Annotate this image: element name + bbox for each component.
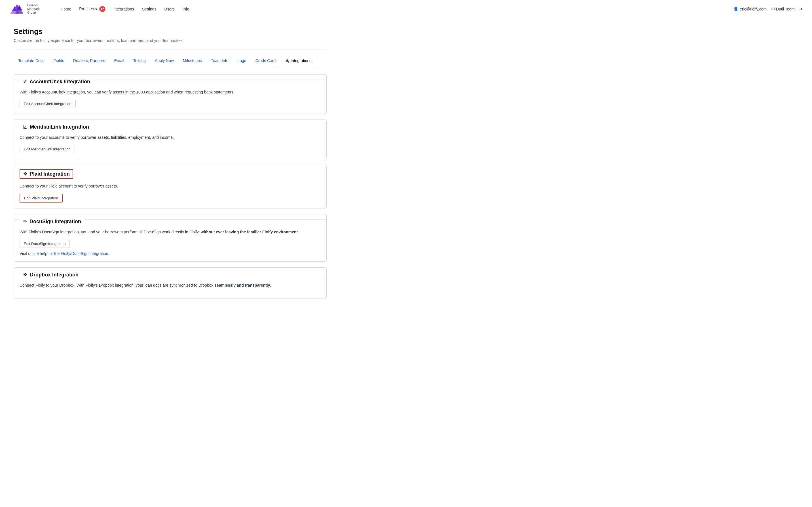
- logo-text: Boulder Mortgage Group: [27, 3, 47, 15]
- tab-email[interactable]: Email: [110, 56, 129, 66]
- page-divider: [14, 50, 326, 50]
- nav-home[interactable]: Home: [61, 7, 71, 11]
- plaid-card: ❖ Plaid Integration Connect to your Plai…: [14, 165, 326, 209]
- tab-credit-card[interactable]: Credit Card: [251, 56, 281, 66]
- page-subtitle: Customize the Floify experience for your…: [14, 38, 326, 43]
- tab-texting[interactable]: Texting: [129, 56, 150, 66]
- dropbox-card: ❖ Dropbox Integration Connect Floify to …: [14, 267, 326, 299]
- meridianlink-title-wrapper: ☑ MeridianLink Integration: [19, 124, 92, 130]
- meridianlink-body: Connect to your accounts to verify borro…: [14, 130, 326, 159]
- nav-info[interactable]: Info: [183, 7, 189, 11]
- settings-tabs: Template Docs Fields Realtors, Partners …: [14, 56, 326, 66]
- docusign-body: With Floify's DocuSign integration, you …: [14, 225, 326, 262]
- docusign-help-link[interactable]: online help for the Floify/DocuSign inte…: [28, 251, 109, 256]
- meridianlink-desc: Connect to your accounts to verify borro…: [19, 134, 321, 140]
- accountchek-title-wrapper: ✔ AccountChek Integration: [19, 78, 94, 85]
- docusign-card: ✏ DocuSign Integration With Floify's Doc…: [14, 214, 326, 262]
- tab-fields[interactable]: Fields: [49, 56, 68, 66]
- plaid-body: Connect to your Plaid account to verify …: [14, 179, 326, 208]
- logo-icon: [9, 3, 25, 15]
- accountchek-card: ✔ AccountChek Integration With Floify's …: [14, 74, 326, 114]
- accountchek-header: ✔ AccountChek Integration: [14, 74, 326, 85]
- edit-accountchek-button[interactable]: Edit AccountChek Integration: [19, 100, 76, 108]
- docusign-title-wrapper: ✏ DocuSign Integration: [19, 218, 85, 225]
- team-item[interactable]: ⚙ Dutil Team: [771, 6, 795, 12]
- accountchek-icon: ✔: [23, 78, 27, 85]
- dropbox-desc: Connect Floify to your Dropbox. With Flo…: [19, 282, 321, 288]
- docusign-desc: With Floify's DocuSign integration, you …: [19, 229, 321, 235]
- docusign-title: DocuSign Integration: [30, 219, 81, 225]
- plaid-desc: Connect to your Plaid account to verify …: [19, 183, 321, 189]
- nav-divider: [730, 5, 731, 14]
- nav-prospects[interactable]: Prospects 17: [79, 6, 105, 12]
- nav-settings[interactable]: Settings: [142, 7, 156, 11]
- tab-apply-now[interactable]: Apply Now: [150, 56, 178, 66]
- accountchek-body: With Floify's AccountChek integration, y…: [14, 85, 326, 114]
- header: Boulder Mortgage Group Home Prospects 17…: [0, 0, 812, 18]
- main-content: Settings Customize the Floify experience…: [0, 18, 340, 314]
- meridianlink-title: MeridianLink Integration: [30, 124, 89, 130]
- dropbox-title-wrapper: ❖ Dropbox Integration: [19, 272, 82, 278]
- nav-integrations[interactable]: Integrations: [113, 7, 134, 11]
- tab-logo[interactable]: Logo: [233, 56, 251, 66]
- edit-plaid-button[interactable]: Edit Plaid Integration: [19, 194, 63, 203]
- plaid-title: Plaid Integration: [30, 171, 70, 177]
- meridianlink-card: ☑ MeridianLink Integration Connect to yo…: [14, 119, 326, 159]
- user-email: eric@floify.com: [740, 7, 767, 11]
- plaid-icon: ❖: [23, 171, 28, 177]
- nav-users[interactable]: Users: [164, 7, 175, 11]
- dropbox-body: Connect Floify to your Dropbox. With Flo…: [14, 278, 326, 298]
- edit-docusign-button[interactable]: Edit DocuSign Integration: [19, 240, 70, 248]
- user-email-item[interactable]: 👤 eric@floify.com: [733, 6, 767, 12]
- docusign-visit-text: Visit online help for the Floify/DocuSig…: [19, 251, 321, 256]
- logout-item[interactable]: ➜: [799, 6, 803, 12]
- meridianlink-header: ☑ MeridianLink Integration: [14, 120, 326, 130]
- tab-milestones[interactable]: Milestones: [178, 56, 206, 66]
- plaid-title-wrapper: ❖ Plaid Integration: [19, 169, 73, 179]
- dropbox-icon: ❖: [23, 272, 28, 278]
- page-title: Settings: [14, 27, 326, 36]
- tab-template-docs[interactable]: Template Docs: [14, 56, 49, 66]
- user-icon: 👤: [733, 6, 739, 12]
- plaid-header: ❖ Plaid Integration: [14, 165, 326, 179]
- docusign-icon: ✏: [23, 218, 27, 225]
- user-area: 👤 eric@floify.com ⚙ Dutil Team ➜: [733, 6, 803, 12]
- edit-meridianlink-button[interactable]: Edit MeridianLink Integration: [19, 145, 75, 153]
- logo-area: Boulder Mortgage Group: [9, 3, 47, 15]
- prospects-badge: 17: [99, 6, 105, 12]
- docusign-header: ✏ DocuSign Integration: [14, 214, 326, 225]
- tab-realtors-partners[interactable]: Realtors, Partners: [68, 56, 110, 66]
- accountchek-title: AccountChek Integration: [30, 79, 90, 85]
- dropbox-title: Dropbox Integration: [30, 272, 79, 278]
- logout-icon: ➜: [799, 6, 803, 12]
- tab-integrations[interactable]: 🔌 Integrations: [280, 56, 316, 66]
- accountchek-desc: With Floify's AccountChek integration, y…: [19, 89, 321, 95]
- tab-team-info[interactable]: Team Info: [206, 56, 233, 66]
- meridianlink-icon: ☑: [23, 124, 28, 130]
- team-icon: ⚙: [771, 6, 775, 12]
- team-name: Dutil Team: [776, 7, 795, 11]
- dropbox-header: ❖ Dropbox Integration: [14, 268, 326, 278]
- main-nav: Home Prospects 17 Integrations Settings …: [61, 6, 728, 12]
